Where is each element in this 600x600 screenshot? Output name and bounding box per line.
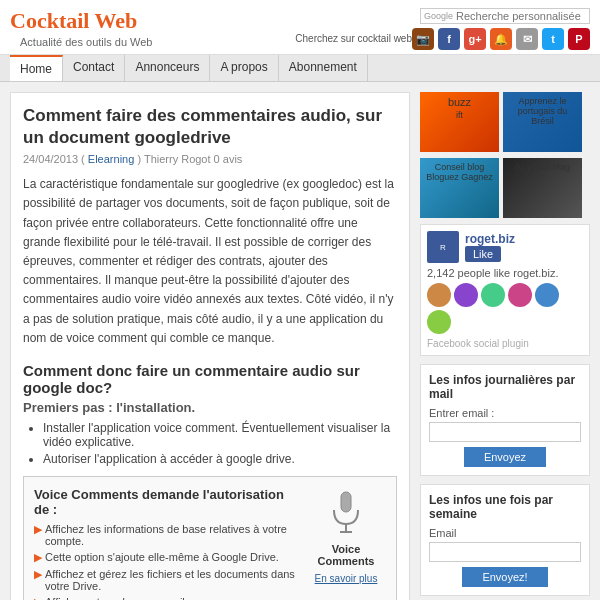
subheading: Comment donc faire un commentaire audio … <box>23 362 397 396</box>
vc-permission-item: ▶Affichez et gérez les fichiers et les d… <box>34 568 296 592</box>
banner-portugais-label: Apprenez le portugais du Brésil <box>518 96 568 126</box>
nav-item-abonnement[interactable]: Abonnement <box>279 55 368 81</box>
site-tagline: Actualité des outils du Web <box>10 34 162 50</box>
site-branding: Cocktail Web Actualité des outils du Web <box>10 8 162 50</box>
sidebar-banner-blog[interactable]: Conseil blog Bloguez Gagnez <box>420 158 499 218</box>
sidebar-banner-photo[interactable]: 01 photo Mag <box>503 158 582 218</box>
fb-plugin: Facebook social plugin <box>427 338 583 349</box>
fb-avatar: R <box>427 231 459 263</box>
svg-rect-0 <box>341 492 351 512</box>
sidebar-banner-portugais[interactable]: Apprenez le portugais du Brésil <box>503 92 582 152</box>
search-input[interactable] <box>456 10 586 22</box>
weekly-mail-section: Les infos une fois par semaine Email Env… <box>420 484 590 596</box>
daily-mail-submit[interactable]: Envoyez <box>464 447 546 467</box>
sidebar-banner-buzz[interactable]: buzzift <box>420 92 499 152</box>
fb-thumb <box>427 283 451 307</box>
weekly-mail-title: Les infos une fois par semaine <box>429 493 581 521</box>
fb-thumb <box>427 310 451 334</box>
sidebar-banners-bottom: Conseil blog Bloguez Gagnez 01 photo Mag <box>420 158 590 218</box>
nav-item-home[interactable]: Home <box>10 55 63 81</box>
fb-name[interactable]: roget.biz <box>465 232 515 246</box>
voice-comments-box: Voice Comments demande l'autorisation de… <box>23 476 397 600</box>
vc-items: ▶Affichez les informations de base relat… <box>34 523 296 600</box>
weekly-mail-label: Email <box>429 527 581 539</box>
sidebar-banners-top: buzzift Apprenez le portugais du Brésil <box>420 92 590 152</box>
fb-header: R roget.biz Like <box>427 231 583 263</box>
article-title: Comment faire des commentaires audio, su… <box>23 105 397 149</box>
microphone-icon <box>326 487 366 537</box>
subheading2: Premiers pas : l'installation. <box>23 400 397 415</box>
installation-step: Installer l'application voice comment. É… <box>43 421 397 449</box>
search-area: Google Cherchez sur cocktail web 📷fg+🔔✉t… <box>295 8 590 50</box>
sidebar: buzzift Apprenez le portugais du Brésil … <box>420 92 590 600</box>
weekly-mail-submit[interactable]: Envoyez! <box>462 567 547 587</box>
article-meta: 24/04/2013 ( Elearning ) Thierry Rogot 0… <box>23 153 397 165</box>
fb-thumb <box>454 283 478 307</box>
vc-permission-item: ▶Afficher votre adresse e-mail. <box>34 596 296 600</box>
nav-item-a-propos[interactable]: A propos <box>210 55 278 81</box>
twitter-icon[interactable]: t <box>542 28 564 50</box>
nav-item-contact[interactable]: Contact <box>63 55 125 81</box>
main-content: Comment faire des commentaires audio, su… <box>10 92 410 600</box>
vc-title: Voice Comments demande l'autorisation de… <box>34 487 296 517</box>
fb-count: 2,142 people like roget.biz. <box>427 267 583 279</box>
search-bar: Google <box>420 8 590 24</box>
daily-mail-label: Entrer email : <box>429 407 581 419</box>
header: Cocktail Web Actualité des outils du Web… <box>0 0 600 55</box>
fb-thumb <box>481 283 505 307</box>
fb-thumb <box>508 283 532 307</box>
weekly-mail-input[interactable] <box>429 542 581 562</box>
daily-mail-title: Les infos journalières par mail <box>429 373 581 401</box>
rss-icon[interactable]: 🔔 <box>490 28 512 50</box>
pinterest-icon[interactable]: P <box>568 28 590 50</box>
article-date: 24/04/2013 <box>23 153 78 165</box>
fb-like-button[interactable]: Like <box>465 246 501 262</box>
vc-left: Voice Comments demande l'autorisation de… <box>34 487 296 600</box>
vc-right: Voice Comments En savoir plus <box>306 487 386 600</box>
nav: HomeContactAnnonceursA proposAbonnement <box>0 55 600 82</box>
daily-mail-section: Les infos journalières par mail Entrer e… <box>420 364 590 476</box>
search-label: Cherchez sur cocktail web <box>295 33 412 44</box>
installation-steps: Installer l'application voice comment. É… <box>43 421 397 466</box>
article-body: La caractéristique fondamentale sur goog… <box>23 175 397 348</box>
facebook-icon[interactable]: f <box>438 28 460 50</box>
email-icon[interactable]: ✉ <box>516 28 538 50</box>
google-label: Google <box>424 11 453 21</box>
layout: Comment faire des commentaires audio, su… <box>0 82 600 600</box>
googleplus-icon[interactable]: g+ <box>464 28 486 50</box>
vc-permission-item: ▶Affichez les informations de base relat… <box>34 523 296 547</box>
installation-step: Autoriser l'application à accéder à goog… <box>43 452 397 466</box>
fb-name-area: roget.biz Like <box>465 232 515 262</box>
instagram-icon[interactable]: 📷 <box>412 28 434 50</box>
fb-thumb <box>535 283 559 307</box>
vc-savoir-plus[interactable]: En savoir plus <box>315 573 378 584</box>
fb-thumbs <box>427 283 583 334</box>
banner-photo-label: 01 photo Mag <box>515 162 570 172</box>
article-author: Thierry Rogot <box>144 153 211 165</box>
daily-mail-input[interactable] <box>429 422 581 442</box>
nav-item-annonceurs[interactable]: Annonceurs <box>125 55 210 81</box>
banner-buzz-label: buzzift <box>448 96 471 120</box>
vc-right-label: Voice Comments <box>306 543 386 567</box>
article-category[interactable]: Elearning <box>88 153 134 165</box>
banner-blog-label: Conseil blog Bloguez Gagnez <box>426 162 493 182</box>
social-icons: 📷fg+🔔✉tP <box>412 28 590 50</box>
article-comments: 0 avis <box>214 153 243 165</box>
site-title[interactable]: Cocktail Web <box>10 8 162 34</box>
facebook-box: R roget.biz Like 2,142 people like roget… <box>420 224 590 356</box>
vc-permission-item: ▶Cette option s'ajoute elle-même à Googl… <box>34 551 296 564</box>
